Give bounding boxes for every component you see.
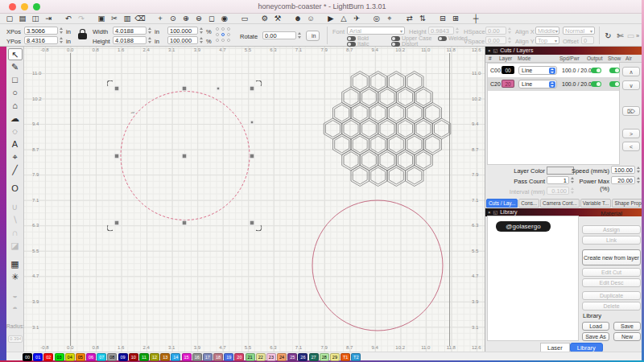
width-stepper[interactable]	[147, 27, 153, 35]
ypos-input[interactable]	[24, 36, 58, 44]
corner-handle[interactable]	[115, 221, 119, 225]
path-start-marker[interactable]: ~	[130, 109, 135, 117]
palette-chip[interactable]: 24	[277, 353, 287, 361]
send-button[interactable]: ✈	[350, 14, 363, 23]
device-settings-button[interactable]: ⚙	[258, 14, 271, 23]
pass-count-input[interactable]	[547, 176, 569, 184]
new-file-button[interactable]: ▢	[3, 14, 16, 23]
lock-aspect-icon[interactable]	[78, 33, 87, 39]
xpos-input[interactable]	[24, 27, 58, 35]
palette-chip[interactable]: 21	[246, 353, 255, 361]
power-max-input[interactable]	[611, 176, 635, 184]
palette-chip[interactable]: 19	[224, 353, 233, 361]
cut-button[interactable]: ✂	[108, 14, 121, 23]
handle[interactable]	[250, 154, 254, 158]
save-as-button[interactable]: Save As	[582, 332, 609, 341]
handle[interactable]	[183, 154, 187, 158]
output-toggle[interactable]	[591, 68, 601, 73]
measure-tool[interactable]: ╱	[8, 164, 23, 176]
frame-button[interactable]: △	[337, 14, 350, 23]
zoom-out-button[interactable]: ⊖	[192, 14, 205, 23]
move-layer-down-button[interactable]: ∨	[622, 80, 640, 90]
edit-nodes-tool[interactable]: ◌	[8, 125, 23, 138]
corner-handle[interactable]	[115, 87, 119, 91]
load-button[interactable]: Load	[582, 322, 609, 331]
vspace-stepper[interactable]	[507, 36, 513, 44]
paste-button[interactable]: ▥	[121, 14, 134, 23]
move-layer-left-button[interactable]: <	[622, 142, 640, 151]
palette-chip[interactable]: 23	[266, 353, 276, 361]
ellipse-tool[interactable]: ○	[8, 87, 23, 99]
show-toggle[interactable]	[609, 68, 620, 73]
cuts-layers-header[interactable]: ×◱Cuts / Layers	[485, 47, 642, 55]
height-percent-stepper[interactable]	[199, 36, 204, 44]
aligny-select[interactable]: Top▾	[535, 36, 559, 44]
redo-button[interactable]: ↷	[75, 14, 88, 23]
layer-mode-select[interactable]: Line	[518, 80, 557, 88]
handle[interactable]	[183, 221, 187, 225]
polygon-tool[interactable]: ⌂	[8, 100, 23, 112]
handle[interactable]	[115, 154, 119, 158]
palette-chip[interactable]: 04	[65, 353, 75, 361]
canvas[interactable]: ~ -0.80.00.81.62.43.13.94.75.56.37.17.98…	[24, 47, 485, 352]
draw-lines-tool[interactable]: ✎	[8, 61, 23, 73]
close-panel-icon[interactable]: ×	[488, 47, 491, 55]
boolean-union-tool[interactable]: ∪	[8, 201, 23, 213]
cut-optimization-icon[interactable]: ↻	[602, 30, 614, 41]
duplicate-button[interactable]: Duplicate	[582, 291, 641, 300]
font-select[interactable]: Arial▾	[347, 27, 405, 35]
library-entry[interactable]: @golasergo	[496, 221, 551, 232]
font-height-input[interactable]	[428, 27, 454, 35]
palette-chip[interactable]: 13	[160, 353, 170, 361]
xpos-stepper[interactable]	[59, 27, 64, 35]
palette-chip[interactable]: 09	[118, 353, 128, 361]
offset-tool[interactable]: O	[8, 183, 23, 195]
rotate-input[interactable]	[262, 31, 296, 39]
quarter-handle[interactable]	[251, 121, 254, 123]
delete-layer-button[interactable]: ⌦	[622, 106, 640, 116]
link-button[interactable]: Link	[582, 236, 641, 245]
panel-tab[interactable]: Camera Cont...	[540, 199, 580, 208]
assign-button[interactable]: Assign	[582, 225, 641, 234]
edit-cut-button[interactable]: Edit Cut	[582, 268, 641, 277]
palette-chip[interactable]: 25	[287, 353, 297, 361]
preview-button[interactable]: ▭	[238, 14, 251, 23]
layer-row[interactable]: C20 20 Line 100.0 / 20.0	[488, 77, 619, 91]
rotate-handle-icon[interactable]	[255, 224, 262, 232]
width-percent-input[interactable]	[167, 27, 198, 35]
palette-chip[interactable]: 26	[298, 353, 308, 361]
open-file-button[interactable]: ▤	[16, 14, 29, 23]
distribute-h-button[interactable]: ⇄	[403, 14, 416, 23]
height-percent-input[interactable]	[167, 36, 198, 44]
ypos-stepper[interactable]	[59, 36, 64, 44]
group-icon[interactable]: ▭	[625, 30, 637, 41]
font-height-stepper[interactable]	[455, 27, 460, 35]
radius-input[interactable]	[8, 335, 23, 343]
library-list[interactable]: @golasergo	[487, 216, 579, 341]
palette-chip[interactable]: 02	[43, 353, 53, 361]
new-button[interactable]: New	[613, 332, 641, 341]
text-tool[interactable]: A	[8, 138, 23, 150]
rectangle-tool[interactable]: □	[8, 74, 23, 86]
cut-shapes-tool[interactable]: ◪	[8, 240, 23, 252]
grid-array-tool[interactable]: ▦	[8, 258, 23, 270]
distort-toggle[interactable]: Distort	[391, 41, 418, 47]
text-style-select[interactable]: Normal▾	[563, 27, 595, 35]
anchor-point-grid[interactable]	[216, 27, 232, 43]
panel-tab[interactable]: Variable T...	[580, 199, 612, 208]
palette-chip[interactable]: 29	[330, 353, 340, 361]
palette-chip[interactable]: 22	[256, 353, 266, 361]
width-input[interactable]	[113, 27, 147, 35]
palette-chip[interactable]: 12	[150, 353, 159, 361]
bold-toggle[interactable]: Bold	[347, 35, 369, 41]
palette-chip[interactable]: T2	[351, 353, 361, 361]
panel-tab[interactable]: Cons...	[518, 199, 539, 208]
height-input[interactable]	[113, 36, 147, 44]
shape-morph-a-tool[interactable]: ◒	[8, 290, 23, 302]
boolean-intersect-tool[interactable]: ∩	[8, 227, 23, 239]
palette-chip[interactable]: 18	[213, 353, 223, 361]
palette-chip[interactable]: 28	[320, 353, 329, 361]
delete-button[interactable]: ⌫	[134, 14, 147, 23]
show-toggle[interactable]	[609, 81, 620, 87]
palette-chip[interactable]: T1	[341, 353, 350, 361]
